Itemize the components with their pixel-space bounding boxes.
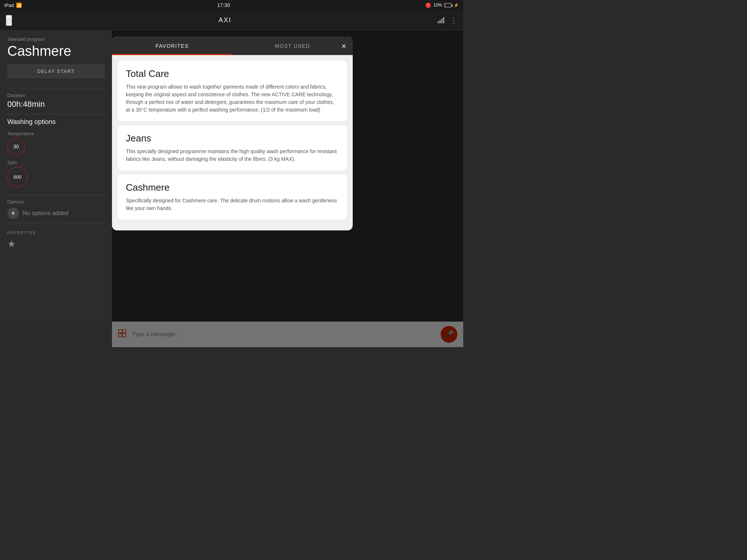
- status-right: 🔴 10% ⚡: [425, 3, 459, 8]
- no-options-text: No options added: [23, 210, 68, 217]
- no-options-row: + No options added: [7, 207, 105, 219]
- program-title-total-care: Total Care: [126, 68, 339, 79]
- favorites-star-icon[interactable]: ★: [7, 238, 16, 249]
- divider-2: [7, 114, 105, 114]
- delay-start-button[interactable]: DELAY START: [7, 64, 105, 78]
- program-desc-cashmere: Specifically designed for Cashmere care.…: [126, 197, 339, 212]
- temperature-badge[interactable]: 30: [7, 138, 25, 155]
- options-label: Options: [7, 199, 105, 205]
- modal-tabs: FAVORITES MOST USED: [112, 36, 353, 55]
- tab-favorites[interactable]: FAVORITES: [112, 36, 232, 55]
- program-card-jeans[interactable]: Jeans This specially designed programme …: [118, 125, 347, 170]
- header-title: AXI: [218, 16, 231, 24]
- programs-modal: × FAVORITES MOST USED Total Care This ne…: [112, 36, 353, 230]
- program-desc-jeans: This specially designed programme mainta…: [126, 148, 339, 163]
- tab-most-used[interactable]: MOST USED: [232, 36, 353, 55]
- time-display: 17:30: [217, 2, 230, 8]
- program-name: Cashmere: [7, 43, 105, 59]
- temperature-label: Temperature: [7, 131, 105, 136]
- duration-label: Duration: [7, 93, 105, 98]
- program-card-total-care[interactable]: Total Care This new program allows to wa…: [118, 61, 347, 121]
- washing-options-title: Washing options: [7, 118, 105, 126]
- spin-badge[interactable]: 600: [7, 167, 28, 187]
- charging-icon: ⚡: [454, 3, 459, 8]
- modal-header: × FAVORITES MOST USED: [112, 36, 353, 55]
- program-title-cashmere: Cashmere: [126, 182, 339, 193]
- program-card-cashmere[interactable]: Cashmere Specifically designed for Cashm…: [118, 175, 347, 219]
- signal-bars-icon: [438, 17, 444, 23]
- favorites-label: FAVORITES: [7, 230, 105, 235]
- top-header: ⌂ AXI ⋮: [0, 10, 463, 31]
- battery-icon: [444, 3, 452, 7]
- program-title-jeans: Jeans: [126, 133, 339, 144]
- spin-label: Spin: [7, 160, 105, 165]
- add-option-button[interactable]: +: [7, 207, 19, 219]
- sidebar: Selected program Cashmere DELAY START Du…: [0, 31, 112, 322]
- more-options-icon[interactable]: ⋮: [450, 16, 457, 25]
- duration-value: 00h:48min: [7, 100, 105, 109]
- divider-1: [7, 89, 105, 89]
- divider-4: [7, 223, 105, 223]
- modal-close-button[interactable]: ×: [341, 42, 346, 51]
- status-left: iPad 📶: [4, 3, 22, 8]
- program-desc-total-care: This new program allows to wash together…: [126, 83, 339, 114]
- device-label: iPad: [4, 3, 14, 8]
- header-right: ⋮: [438, 16, 457, 25]
- divider-3: [7, 195, 105, 195]
- status-bar: iPad 📶 17:30 🔴 10% ⚡: [0, 0, 463, 10]
- wifi-icon: 📶: [16, 3, 22, 8]
- favorites-section: FAVORITES ★: [7, 230, 105, 250]
- home-button[interactable]: ⌂: [6, 15, 12, 26]
- selected-program-label: Selected program: [7, 36, 105, 42]
- modal-body: Total Care This new program allows to wa…: [112, 55, 353, 219]
- battery-percent: 10%: [433, 3, 442, 8]
- bluetooth-icon: 🔴: [425, 3, 431, 8]
